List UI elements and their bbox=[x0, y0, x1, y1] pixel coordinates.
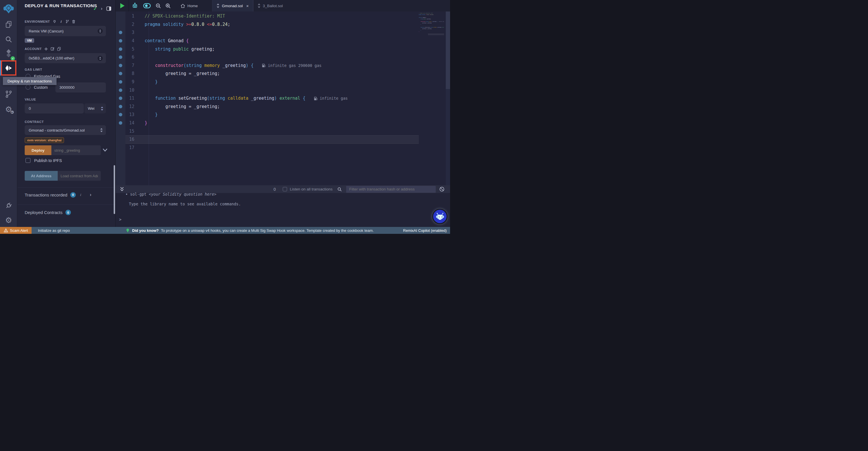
tab-gmonad-sol[interactable]: Gmonad.sol × bbox=[212, 0, 253, 11]
code-line-7: 7 constructor(string memory _greeting) {… bbox=[116, 61, 408, 70]
terminal-filter-input[interactable] bbox=[346, 186, 436, 193]
gutter-dot-icon[interactable] bbox=[119, 64, 122, 67]
plug-icon[interactable] bbox=[53, 20, 57, 24]
deploy-button[interactable]: Deploy bbox=[25, 145, 51, 155]
ai-assistant-robot-icon[interactable] bbox=[129, 2, 141, 9]
code-line-13: 13 } bbox=[116, 111, 408, 119]
remix-ide-window: ✓ ⚙ ▶ ⚙ DEPLOY & RUN bbox=[0, 0, 450, 234]
compile-success-badge: ✓ bbox=[11, 56, 15, 61]
code-line-9: 9 } bbox=[116, 78, 408, 86]
at-address-button[interactable]: At Address bbox=[25, 171, 58, 181]
zoom-out-icon[interactable] bbox=[153, 3, 163, 9]
deploy-run-icon[interactable] bbox=[1, 60, 17, 76]
custom-gas-radio-row[interactable]: Custom bbox=[26, 85, 48, 90]
search-icon[interactable] bbox=[0, 34, 17, 44]
edit-account-icon[interactable] bbox=[51, 47, 55, 51]
transactions-info-icon[interactable]: i bbox=[79, 193, 82, 197]
solidity-file-icon bbox=[216, 3, 220, 8]
panel-scrollbar[interactable] bbox=[114, 165, 115, 214]
tab-home[interactable]: Home bbox=[177, 0, 204, 11]
add-account-icon[interactable] bbox=[44, 47, 48, 51]
deploy-param-input[interactable] bbox=[51, 145, 101, 155]
editor-scrollbar-thumb[interactable] bbox=[446, 11, 450, 89]
init-git-repo-button[interactable]: Initialize as git repo bbox=[38, 228, 70, 233]
code-line-10: 10 bbox=[116, 86, 408, 94]
gas-estimate-annotation: infinite gas 290600 gas bbox=[262, 63, 321, 68]
copy-account-icon[interactable] bbox=[57, 47, 61, 51]
code-line-17 bbox=[418, 35, 444, 36]
transactions-expand-chevron[interactable]: › bbox=[90, 192, 92, 198]
remix-logo[interactable] bbox=[0, 2, 17, 15]
transactions-recorded-header[interactable]: Transactions recorded 0 i › bbox=[25, 192, 91, 198]
file-explorer-icon[interactable] bbox=[0, 20, 17, 29]
gutter-dot-icon[interactable] bbox=[119, 39, 122, 43]
account-select[interactable]: 0x5B3...eddC4 (100 ether) bbox=[25, 53, 106, 63]
warning-triangle-icon bbox=[4, 228, 8, 232]
tab-3-ballot-sol[interactable]: 3_Ballot.sol bbox=[253, 0, 287, 11]
environment-info-icon[interactable]: i bbox=[59, 20, 63, 24]
gutter-dot-icon[interactable] bbox=[119, 48, 122, 51]
code-line-8: 8 greeting = _greeting; bbox=[116, 69, 408, 78]
gutter-dot-icon[interactable] bbox=[119, 88, 122, 92]
run-script-play-icon[interactable] bbox=[120, 3, 125, 8]
gear-play-icon[interactable]: ⚙ ▶ bbox=[0, 104, 17, 114]
ai-robot-face-icon bbox=[435, 212, 445, 221]
minimap[interactable]: // SPDX-License-Identifier: MITpragma so… bbox=[418, 12, 444, 36]
panel-layout-icon[interactable] bbox=[106, 6, 112, 11]
deploy-expand-chevron-icon[interactable] bbox=[102, 148, 107, 152]
editor-scrollbar-track[interactable] bbox=[446, 11, 450, 185]
contract-select[interactable]: Gmonad - contracts/Gmonad.sol bbox=[25, 125, 106, 135]
deploy-run-panel: DEPLOY & RUN TRANSACTIONS ✓ › ENVIRONMEN… bbox=[18, 0, 115, 227]
vm-badge: VM bbox=[25, 38, 34, 43]
delete-environment-icon[interactable] bbox=[72, 20, 75, 24]
remix-ai-assistant-button[interactable] bbox=[432, 209, 447, 224]
deployed-contracts-header: Deployed Contracts 0 bbox=[25, 210, 71, 215]
publish-ipfs-checkbox[interactable] bbox=[26, 158, 30, 163]
scam-alert-button[interactable]: Scam Alert bbox=[0, 227, 32, 234]
copilot-toggle-icon[interactable] bbox=[141, 2, 153, 9]
remix-logo-icon bbox=[3, 3, 14, 15]
custom-gas-radio[interactable] bbox=[26, 85, 30, 90]
account-section-label: ACCOUNT bbox=[25, 47, 61, 51]
code-editor[interactable]: 1// SPDX-License-Identifier: MIT2pragma … bbox=[116, 11, 450, 185]
value-label: VALUE bbox=[25, 98, 36, 101]
settings-gear-icon[interactable]: ⚙ bbox=[0, 215, 17, 225]
git-icon[interactable] bbox=[0, 89, 17, 100]
code-line-16: 16 bbox=[116, 135, 408, 144]
environment-section-label: ENVIRONMENT i bbox=[25, 20, 75, 24]
environment-select[interactable]: Remix VM (Cancun) bbox=[25, 26, 106, 36]
clear-terminal-ban-icon[interactable] bbox=[439, 187, 445, 192]
gutter-dot-icon[interactable] bbox=[119, 121, 122, 125]
code-line-12: 12 greeting = _greeting; bbox=[116, 103, 408, 111]
close-tab-icon[interactable]: × bbox=[246, 3, 249, 8]
collapse-terminal-icon[interactable] bbox=[120, 187, 124, 192]
code-line-2: 2pragma solidity >=0.8.0 <=0.8.24; bbox=[116, 20, 408, 29]
at-address-input[interactable] bbox=[58, 171, 101, 181]
copilot-status-button[interactable]: RemixAI Copilot (enabled) bbox=[403, 228, 446, 233]
activity-bar: ✓ ⚙ ▶ ⚙ bbox=[0, 0, 17, 227]
deploy-run-tooltip: Deploy & run transactions bbox=[3, 77, 57, 85]
terminal-search-icon[interactable] bbox=[337, 187, 342, 192]
divider bbox=[18, 204, 115, 205]
value-input[interactable] bbox=[25, 104, 84, 113]
contract-label: CONTRACT bbox=[25, 120, 44, 123]
editor-toolbar: Home Gmonad.sol × 3_Ballot.sol bbox=[116, 0, 450, 11]
fork-environment-icon[interactable] bbox=[65, 20, 69, 24]
solidity-compiler-icon[interactable]: ✓ bbox=[0, 48, 17, 59]
terminal-prompt[interactable]: > bbox=[119, 217, 121, 222]
divider bbox=[18, 187, 115, 188]
custom-gas-input[interactable] bbox=[55, 82, 106, 92]
publish-ipfs-row[interactable]: Publish to IPFS bbox=[26, 158, 62, 163]
sort-arrows-icon bbox=[100, 128, 103, 133]
gutter-dot-icon[interactable] bbox=[119, 105, 122, 108]
terminal-output[interactable]: • sol-gpt <your Solidity question here> … bbox=[116, 193, 450, 227]
zoom-in-icon[interactable] bbox=[163, 3, 173, 9]
value-unit-select[interactable]: Wei bbox=[84, 104, 106, 113]
panel-chevron-right-icon[interactable]: › bbox=[101, 6, 102, 11]
editor-area: Home Gmonad.sol × 3_Ballot.sol 1// SPDX-… bbox=[115, 0, 450, 227]
listen-all-transactions[interactable]: Listen on all transactions bbox=[283, 187, 333, 191]
code-line-17: 17 bbox=[116, 144, 408, 152]
listen-checkbox[interactable] bbox=[283, 187, 287, 191]
plugin-manager-plug-icon[interactable] bbox=[0, 200, 17, 211]
gutter-dot-icon[interactable] bbox=[119, 80, 122, 84]
